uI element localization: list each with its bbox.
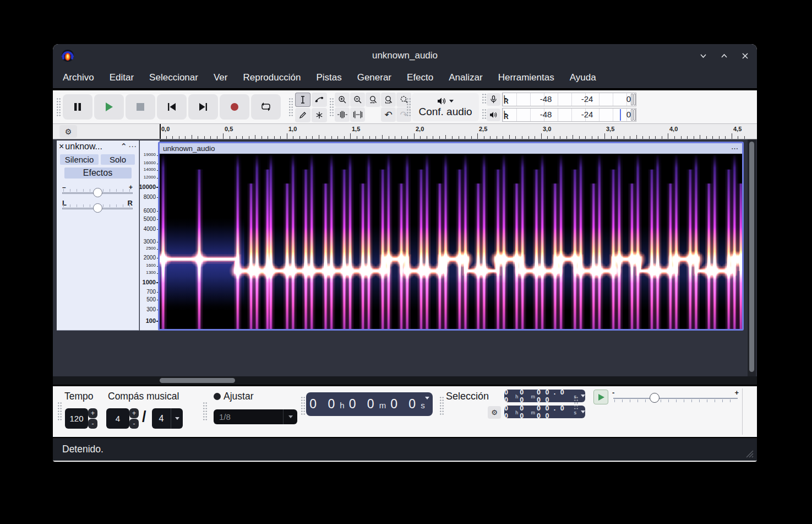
microphone-icon[interactable]: [487, 93, 500, 106]
edit-toolbar-grip[interactable]: [329, 98, 334, 116]
skip-to-end-button[interactable]: [188, 94, 218, 120]
horizontal-scrollbar-thumb[interactable]: [160, 378, 235, 383]
silence-audio-button[interactable]: [350, 107, 365, 122]
snap-mode-dropdown[interactable]: 1/8: [214, 409, 297, 424]
maximize-button[interactable]: [720, 51, 728, 60]
zoom-in-button[interactable]: [335, 93, 350, 107]
track-collapse-button[interactable]: ⌃: [120, 142, 127, 152]
menu-herramientas[interactable]: Herramientas: [491, 67, 562, 88]
play-at-speed-button[interactable]: [593, 390, 608, 404]
transport-toolbar-grip[interactable]: [56, 98, 61, 116]
timeline-tick: [642, 136, 643, 139]
spectrogram-canvas[interactable]: [160, 154, 742, 329]
selection-tool-button[interactable]: [295, 93, 310, 107]
menu-archivo[interactable]: Archivo: [55, 67, 102, 88]
selection-start-caret-icon[interactable]: [581, 395, 585, 397]
track-name[interactable]: unknow...: [65, 142, 119, 152]
timeline-options-button[interactable]: ⚙: [59, 125, 77, 138]
menu-generar[interactable]: Generar: [350, 67, 399, 88]
ts-lower-dropdown[interactable]: 4: [152, 408, 183, 429]
effects-button[interactable]: Efectos: [64, 168, 132, 179]
playback-meter[interactable]: L R -48 -24 0: [487, 107, 636, 122]
time-signature-toolbar-grip[interactable]: [57, 402, 62, 420]
close-button[interactable]: [740, 51, 749, 60]
mute-button[interactable]: Silencio: [60, 154, 99, 165]
audio-clip[interactable]: unknown_audio ⋯: [158, 142, 744, 331]
timeline-tick: [471, 136, 472, 139]
play-speed-slider[interactable]: - +: [612, 390, 739, 406]
timeline-label: 3,5: [606, 126, 614, 132]
time-toolbar-grip[interactable]: [301, 396, 306, 415]
menu-editar[interactable]: Editar: [102, 67, 141, 88]
resize-grip-icon[interactable]: [744, 448, 754, 458]
vertical-scrollbar[interactable]: [748, 139, 756, 376]
undo-button[interactable]: ↶: [381, 107, 396, 122]
solo-button[interactable]: Solo: [101, 154, 135, 165]
ts-upper-value[interactable]: 4: [106, 408, 129, 429]
menu-reproduccion[interactable]: Reproducción: [235, 67, 308, 88]
ts-upper-increase-button[interactable]: +: [129, 408, 139, 418]
zoom-to-selection-button[interactable]: [366, 93, 380, 107]
play-button[interactable]: [94, 94, 124, 120]
tempo-decrease-button[interactable]: -: [88, 419, 97, 429]
skip-to-start-button[interactable]: [157, 94, 187, 120]
play-at-speed-grip[interactable]: [574, 396, 579, 410]
stop-button[interactable]: [126, 94, 155, 120]
tempo-value[interactable]: 120: [65, 408, 88, 429]
audio-setup-button[interactable]: Conf. audio: [412, 93, 479, 121]
track-close-button[interactable]: ×: [59, 142, 64, 152]
selection-options-button[interactable]: ⚙: [488, 406, 501, 419]
minimize-button[interactable]: [699, 51, 707, 60]
ts-upper-decrease-button[interactable]: -: [129, 419, 139, 429]
timeline-tick: [535, 136, 535, 139]
timeline-tick: [662, 136, 662, 139]
gain-slider-thumb[interactable]: [93, 188, 102, 197]
zoom-out-button[interactable]: [350, 93, 365, 107]
menu-ver[interactable]: Ver: [206, 67, 236, 88]
menu-pistas[interactable]: Pistas: [308, 67, 349, 88]
pan-slider[interactable]: L R: [62, 201, 133, 213]
tempo-increase-button[interactable]: +: [88, 408, 97, 418]
selection-end-field[interactable]: 0 0h0 0m0 0 . 0 0 0s: [504, 406, 585, 418]
menu-seleccionar[interactable]: Seleccionar: [141, 67, 206, 88]
time-display[interactable]: 0 0h0 0m0 0s: [306, 392, 433, 416]
freq-label: 6000: [144, 208, 156, 214]
menu-analizar[interactable]: Analizar: [441, 67, 490, 88]
timeline-tick: [598, 136, 598, 139]
time-display-caret-icon[interactable]: [425, 397, 429, 399]
tools-toolbar-grip[interactable]: [288, 98, 293, 116]
pan-slider-thumb[interactable]: [93, 203, 102, 213]
menu-ayuda[interactable]: Ayuda: [562, 67, 604, 88]
loop-button[interactable]: [251, 94, 281, 120]
time-unit: s: [421, 401, 425, 410]
record-meter-grip[interactable]: [482, 93, 487, 104]
horizontal-scrollbar[interactable]: [53, 376, 757, 385]
timeline-ruler[interactable]: 0,00,51,01,52,02,53,03,54,04,5: [160, 124, 744, 139]
timeline-tick: [738, 136, 738, 139]
pause-button[interactable]: [63, 94, 92, 120]
trim-audio-button[interactable]: [335, 107, 350, 122]
track-menu-button[interactable]: ⋯: [128, 142, 137, 152]
frequency-ruler[interactable]: 1900016000140001200010000800060005000400…: [140, 141, 160, 331]
clip-menu-button[interactable]: ⋯: [731, 144, 739, 153]
snap-toggle[interactable]: [214, 393, 221, 400]
draw-tool-button[interactable]: [295, 108, 310, 122]
vertical-scrollbar-thumb[interactable]: [749, 142, 754, 372]
gain-slider[interactable]: – +: [62, 186, 133, 198]
playback-speaker-icon[interactable]: [487, 109, 500, 121]
multi-tool-button[interactable]: [312, 108, 327, 122]
playback-meter-grip[interactable]: [482, 109, 487, 120]
envelope-tool-button[interactable]: [312, 93, 327, 107]
record-button[interactable]: [220, 94, 249, 120]
selection-toolbar-grip[interactable]: [439, 396, 444, 415]
fit-project-button[interactable]: [381, 93, 396, 107]
clip-header[interactable]: unknown_audio ⋯: [160, 143, 742, 154]
speed-slider-thumb[interactable]: [650, 393, 660, 403]
menu-efecto[interactable]: Efecto: [399, 67, 441, 88]
record-meter[interactable]: L R -48 -24 0: [487, 92, 636, 107]
audio-setup-grip[interactable]: [406, 98, 411, 116]
snapping-toolbar-grip[interactable]: [203, 402, 208, 420]
audio-setup-caret-icon: [449, 100, 454, 102]
selection-end-caret-icon[interactable]: [581, 410, 585, 413]
selection-start-field[interactable]: 0 0h0 0m0 0 . 0 0 0s: [504, 390, 585, 402]
